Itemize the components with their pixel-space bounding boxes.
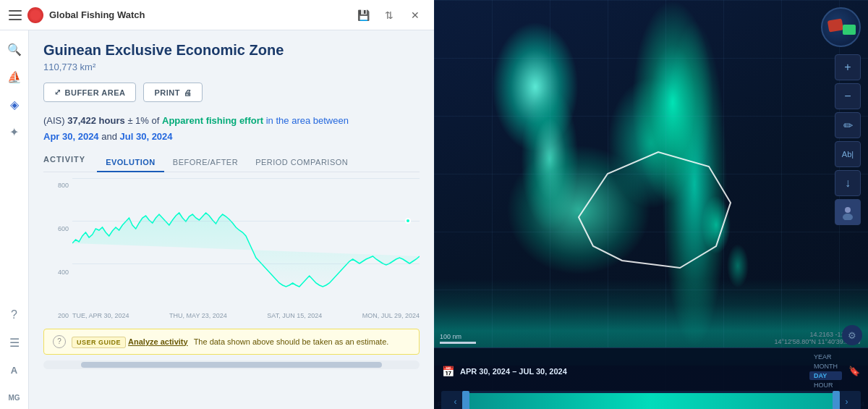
download-button[interactable]: ↓	[835, 170, 861, 196]
top-bar: Global Fishing Watch 💾 ⇅ ✕	[0, 0, 434, 30]
region-outline	[564, 130, 738, 275]
tab-before-after[interactable]: BEFORE/AFTER	[164, 153, 247, 172]
help-circle-icon[interactable]: ?	[53, 335, 66, 348]
zoom-in-button[interactable]: +	[835, 54, 861, 80]
scroll-thumb	[81, 362, 382, 368]
edit-button[interactable]: ✏	[835, 112, 861, 138]
y-label-800: 800	[43, 182, 72, 189]
print-button[interactable]: PRINT 🖨	[143, 83, 203, 102]
right-toolbar: + − ✏ Ab| ↓	[835, 54, 861, 225]
sidebar-item-list[interactable]: ☰	[3, 331, 26, 354]
timeline-fill	[462, 393, 840, 409]
timeline-next-arrow[interactable]: ›	[846, 397, 848, 407]
app-logo	[27, 7, 43, 23]
day-unit[interactable]: DAY	[809, 371, 842, 380]
left-panel: Global Fishing Watch 💾 ⇅ ✕ 🔍 ⛵ ◈ ✦ ? ☰ A…	[0, 0, 434, 409]
timeline-track[interactable]: ‹ ›	[441, 391, 861, 409]
chart-x-axis: TUE, APR 30, 2024 THU, MAY 23, 2024 SAT,…	[72, 308, 420, 323]
add-text-button[interactable]: Ab|	[835, 141, 861, 167]
timeline-prev-arrow[interactable]: ‹	[454, 397, 456, 407]
hamburger-menu[interactable]	[9, 10, 22, 20]
timeline-handle-left[interactable]	[462, 391, 469, 409]
zoom-out-button[interactable]: −	[835, 83, 861, 109]
stats-text: (AIS) 37,422 hours ± 1% of Apparent fish…	[43, 114, 420, 128]
print-label: PRINT	[154, 88, 180, 97]
y-label-200: 200	[43, 312, 72, 319]
user-avatar-button[interactable]	[835, 199, 861, 225]
sidebar-item-help[interactable]: ?	[3, 303, 26, 326]
action-buttons: ⤢ BUFFER AREA PRINT 🖨	[43, 83, 420, 102]
user-guide-tag-container: USER GUIDE Analyze activity	[72, 337, 188, 346]
grid-line-400	[72, 263, 420, 264]
date-start[interactable]: Apr 30, 2024	[43, 131, 99, 142]
close-button[interactable]: ✕	[405, 5, 425, 25]
sidebar-item-translate[interactable]: A	[3, 358, 26, 381]
globe-minimap[interactable]	[821, 7, 861, 47]
app-title: Global Fishing Watch	[49, 9, 347, 20]
stats-metric-value: Apparent fishing effort	[162, 115, 263, 126]
scale-bar: 100 nm	[440, 333, 476, 344]
buffer-area-button[interactable]: ⤢ BUFFER AREA	[43, 83, 136, 102]
stats-hours-value: 37,422 hours	[67, 115, 125, 126]
settings-button[interactable]: ⚙	[842, 325, 862, 345]
user-guide-tag: USER GUIDE	[72, 337, 126, 348]
svg-marker-0	[579, 152, 731, 268]
hour-unit[interactable]: HOUR	[809, 381, 842, 389]
globe-land	[827, 18, 843, 32]
chart-y-axis: 800 600 400 200	[43, 178, 72, 323]
sidebar-item-search[interactable]: 🔍	[3, 38, 26, 61]
stats-prefix: (AIS)	[43, 115, 65, 126]
svg-point-1	[845, 207, 851, 213]
calendar-icon[interactable]: 📅	[441, 365, 454, 378]
chart-area[interactable]	[72, 178, 420, 308]
dates-text: Apr 30, 2024 and Jul 30, 2024	[43, 131, 420, 142]
sidebar-item-vessel[interactable]: ⛵	[3, 65, 26, 88]
print-icon: 🖨	[184, 88, 192, 97]
activity-label: ACTIVITY	[43, 155, 85, 169]
stats-suffix-value: in the area between	[266, 115, 349, 126]
share-button[interactable]: ⇅	[379, 5, 399, 25]
user-guide-description: The data shown above should be taken as …	[194, 337, 389, 346]
timeline-handle-right[interactable]	[833, 391, 840, 409]
tab-evolution[interactable]: EVOLUTION	[97, 153, 164, 172]
svg-point-2	[843, 214, 853, 220]
timeline-date-range: APR 30, 2024 – JUL 30, 2024	[460, 367, 567, 376]
date-end[interactable]: Jul 30, 2024	[120, 131, 173, 142]
chart-container: 800 600 400 200	[43, 178, 420, 323]
zone-area: 110,773 km²	[43, 62, 420, 72]
stats-tolerance-value: ± 1% of	[127, 115, 159, 126]
chart-tabs: ACTIVITY EVOLUTION BEFORE/AFTER PERIOD C…	[43, 153, 420, 172]
timeline-unit-controls: YEAR MONTH DAY HOUR	[802, 353, 842, 389]
y-label-600: 600	[43, 225, 72, 232]
globe-land2	[843, 25, 856, 35]
bookmark-icon[interactable]: 🔖	[848, 365, 861, 378]
dates-separator: and	[101, 131, 119, 142]
y-label-400: 400	[43, 269, 72, 276]
sidebar-item-users[interactable]: MG	[3, 386, 26, 409]
user-guide-bar: ? USER GUIDE Analyze activity The data s…	[43, 329, 420, 355]
month-unit[interactable]: MONTH	[809, 362, 842, 371]
grid-line-600	[72, 221, 420, 222]
sidebar-item-sparkle[interactable]: ✦	[3, 120, 26, 143]
x-label-jun: SAT, JUN 15, 2024	[267, 312, 322, 319]
buffer-area-label: BUFFER AREA	[65, 88, 126, 97]
chart-cursor-dot	[405, 218, 411, 224]
tab-period-comparison[interactable]: PERIOD COMPARISON	[247, 153, 357, 172]
buffer-area-icon: ⤢	[54, 88, 61, 97]
x-label-apr: TUE, APR 30, 2024	[72, 312, 129, 319]
timeline-bar: 📅 APR 30, 2024 – JUL 30, 2024 YEAR MONTH…	[434, 347, 868, 409]
main-content: Guinean Exclusive Economic Zone 110,773 …	[29, 30, 434, 409]
user-guide-link[interactable]: Analyze activity	[128, 337, 188, 346]
chart-grid	[72, 178, 420, 308]
zone-title: Guinean Exclusive Economic Zone	[43, 42, 420, 59]
save-button[interactable]: 💾	[353, 5, 373, 25]
x-label-jul: MON, JUL 29, 2024	[362, 312, 420, 319]
left-sidebar: 🔍 ⛵ ◈ ✦ ? ☰ A MG	[0, 30, 29, 409]
year-unit[interactable]: YEAR	[809, 353, 842, 361]
bottom-scrollbar[interactable]	[43, 360, 420, 369]
x-label-may: THU, MAY 23, 2024	[169, 312, 227, 319]
grid-line-800	[72, 178, 420, 179]
sidebar-item-layers[interactable]: ◈	[3, 93, 26, 116]
top-bar-actions: 💾 ⇅ ✕	[353, 5, 425, 25]
